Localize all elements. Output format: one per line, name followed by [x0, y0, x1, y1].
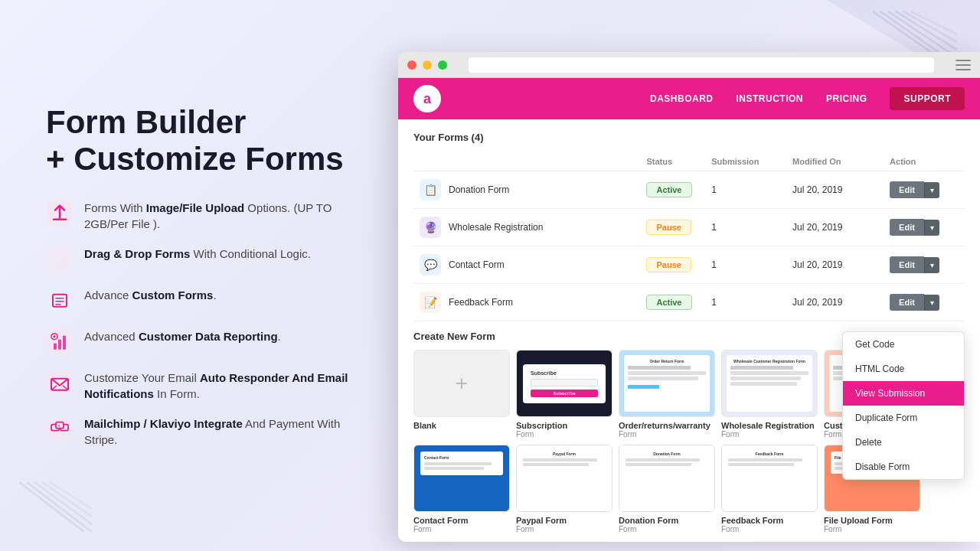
- modified-feedback: Jul 20, 2019: [786, 284, 884, 321]
- status-badge-contact: Pause: [646, 257, 691, 272]
- template-wholesale-reg[interactable]: Wholesale Customer Registration Form Who…: [721, 350, 818, 439]
- context-menu-view-submission[interactable]: View Submission: [843, 381, 964, 406]
- app-nav: DASHBOARD INSTRUCTION PRICING SUPPORT: [650, 87, 965, 110]
- browser-dot-green[interactable]: [438, 60, 447, 70]
- template-name-contact-form: Contact Form: [413, 516, 510, 525]
- form-name-wholesale: Wholesale Registration: [449, 222, 543, 233]
- edit-dropdown-donation[interactable]: ▾: [924, 182, 939, 198]
- col-action: Action: [884, 152, 965, 171]
- form-icon-wholesale: 🔮: [420, 217, 441, 238]
- template-thumb-blank: +: [413, 350, 510, 417]
- template-feedback-form[interactable]: Feedback Form Feedback Form Form: [721, 445, 818, 533]
- edit-btn-group-feedback: Edit ▾: [890, 294, 959, 311]
- feature-customforms: Advance Custom Forms.: [46, 286, 375, 314]
- template-contact-form[interactable]: Contact Form Contact Form Form: [413, 445, 510, 533]
- form-name-cell: 💬 Contact Form: [420, 254, 634, 276]
- table-row: 📝 Feedback Form Active 1 Jul 20, 2019 Ed…: [413, 284, 965, 321]
- template-name-feedback-form: Feedback Form: [721, 516, 818, 525]
- reporting-icon: [46, 328, 74, 355]
- template-donation-form[interactable]: Donation Form Donation Form Form: [619, 445, 715, 533]
- svg-rect-22: [63, 335, 66, 349]
- feature-customforms-text: Advance Custom Forms.: [84, 286, 217, 302]
- context-menu-get-code[interactable]: Get Code: [843, 332, 964, 357]
- table-row: 📋 Donation Form Active 1 Jul 20, 2019 Ed…: [413, 171, 965, 209]
- template-thumb-contact-form: Contact Form: [413, 445, 510, 512]
- main-title: Form Builder + Customize Forms: [46, 104, 375, 178]
- feature-upload-text: Forms With Image/File Upload Options. (U…: [84, 199, 375, 231]
- edit-btn-group-wholesale: Edit ▾: [890, 219, 959, 236]
- feature-dragdrop: 👆 Drag & Drop Forms With Conditional Log…: [46, 245, 375, 272]
- template-subscription[interactable]: Subscribe Subscribe Subscription Form: [516, 350, 612, 439]
- submission-feedback: 1: [705, 284, 786, 321]
- template-name-order: Order/returns/warranty: [619, 421, 715, 430]
- table-row: 💬 Contact Form Pause 1 Jul 20, 2019 Edit: [413, 246, 965, 284]
- template-blank[interactable]: + Blank: [413, 350, 510, 439]
- form-name-donation: Donation Form: [449, 184, 509, 195]
- edit-btn-donation[interactable]: Edit: [890, 181, 924, 198]
- svg-point-24: [54, 335, 56, 337]
- template-type-order: Form: [619, 430, 715, 439]
- template-thumb-donation-form: Donation Form: [619, 445, 715, 512]
- status-badge-wholesale: Pause: [646, 220, 691, 235]
- template-order[interactable]: Order Return Form Order/returns/warranty…: [619, 350, 715, 439]
- template-name-wholesale-reg: Wholesale Registration: [721, 421, 818, 430]
- edit-dropdown-contact[interactable]: ▾: [924, 257, 939, 273]
- template-type-feedback-form: Form: [721, 525, 818, 533]
- form-name-cell: 📋 Donation Form: [420, 179, 634, 201]
- form-icon-donation: 📋: [420, 179, 441, 201]
- form-icon-contact: 💬: [420, 254, 441, 276]
- edit-dropdown-feedback[interactable]: ▾: [924, 295, 939, 311]
- template-name-blank: Blank: [413, 421, 510, 430]
- table-header-row: Status Submission Modified On Action: [413, 152, 965, 171]
- nav-support[interactable]: SUPPORT: [890, 87, 965, 110]
- nav-instruction[interactable]: INSTRUCTION: [736, 93, 803, 104]
- browser-chrome: [398, 52, 980, 78]
- feature-integrations-text: Mailchimp / Klaviyo Integrate And Paymen…: [84, 415, 375, 447]
- nav-dashboard[interactable]: DASHBOARD: [650, 93, 714, 104]
- template-type-subscription: Form: [516, 430, 612, 439]
- feature-email-text: Customize Your Email Auto Responder And …: [84, 369, 375, 401]
- browser-window: a DASHBOARD INSTRUCTION PRICING SUPPORT …: [398, 52, 980, 542]
- forms-section: Your Forms (4) Status Submission Modifie…: [398, 119, 980, 321]
- feature-email: Customize Your Email Auto Responder And …: [46, 369, 375, 401]
- modified-contact: Jul 20, 2019: [786, 246, 884, 284]
- context-menu: Get Code HTML Code View Submission Dupli…: [842, 331, 965, 480]
- edit-btn-feedback[interactable]: Edit: [890, 294, 924, 311]
- bg-lines-bottom-left: [15, 474, 92, 536]
- context-menu-disable-form[interactable]: Disable Form: [843, 455, 964, 479]
- context-menu-delete[interactable]: Delete: [843, 430, 964, 455]
- nav-pricing[interactable]: PRICING: [826, 93, 867, 104]
- template-thumb-feedback-form: Feedback Form: [721, 445, 818, 512]
- template-type-donation-form: Form: [619, 525, 715, 533]
- template-name-paypal: Paypal Form: [516, 516, 612, 525]
- template-paypal[interactable]: Paypal Form Paypal Form Form: [516, 445, 612, 533]
- template-thumb-wholesale-reg: Wholesale Customer Registration Form: [721, 350, 818, 417]
- email-icon: [46, 369, 74, 396]
- edit-btn-contact[interactable]: Edit: [890, 256, 924, 273]
- status-badge-donation: Active: [646, 182, 691, 197]
- svg-rect-12: [47, 246, 72, 271]
- app-logo: a: [413, 85, 441, 112]
- app-content: Your Forms (4) Status Submission Modifie…: [398, 119, 980, 542]
- col-status: Status: [640, 152, 705, 171]
- submission-wholesale: 1: [705, 209, 786, 246]
- svg-rect-20: [54, 343, 57, 349]
- form-name-contact: Contact Form: [449, 259, 505, 270]
- browser-dot-red[interactable]: [407, 60, 416, 70]
- feature-integrations: ✦ Mailchimp / Klaviyo Integrate And Paym…: [46, 415, 375, 447]
- template-name-donation-form: Donation Form: [619, 516, 715, 525]
- app-header: a DASHBOARD INSTRUCTION PRICING SUPPORT: [398, 78, 980, 119]
- context-menu-html-code[interactable]: HTML Code: [843, 357, 964, 381]
- browser-address-bar[interactable]: [469, 57, 934, 73]
- template-type-file-upload: Form: [824, 525, 920, 533]
- edit-dropdown-wholesale[interactable]: ▾: [924, 220, 939, 236]
- context-menu-duplicate-form[interactable]: Duplicate Form: [843, 406, 964, 430]
- edit-btn-group-contact: Edit ▾: [890, 256, 959, 273]
- feature-reporting-text: Advanced Customer Data Reporting.: [84, 328, 281, 344]
- submission-donation: 1: [705, 171, 786, 209]
- modified-wholesale: Jul 20, 2019: [786, 209, 884, 246]
- browser-menu-icon[interactable]: [956, 60, 971, 70]
- svg-rect-14: [47, 288, 72, 312]
- edit-btn-wholesale[interactable]: Edit: [890, 219, 924, 236]
- browser-dot-yellow[interactable]: [423, 60, 432, 70]
